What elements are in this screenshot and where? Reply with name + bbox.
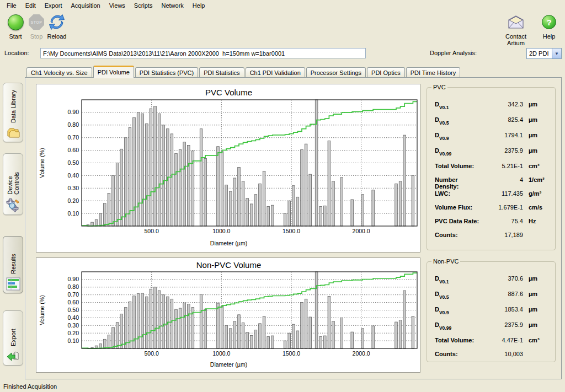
stat-value: 17,189 — [483, 232, 523, 238]
menu-edit[interactable]: Edit — [21, 1, 40, 10]
histogram-bar — [183, 303, 186, 348]
reload-label: Reload — [44, 33, 70, 40]
histogram-bar — [204, 158, 207, 226]
histogram-bar — [104, 203, 106, 226]
stat-row-counts: Counts: 10,003 — [435, 351, 550, 364]
tab-pdi-statistics-pvc[interactable]: PDI Statistics (PVC) — [135, 67, 198, 78]
histogram-bar — [162, 125, 165, 226]
histogram-bar — [319, 207, 322, 226]
histogram-bar — [305, 144, 307, 226]
y-tick-label: 0.70 — [68, 291, 79, 298]
stat-unit: µm — [523, 306, 550, 313]
tab-ch1-velocity-vs-size[interactable]: Ch1 Velocity vs. Size — [26, 67, 92, 78]
location-row: Location: Doppler Analysis: 2D PDI ▼ — [0, 46, 565, 61]
histogram-bar — [116, 323, 119, 348]
tab-processor-settings[interactable]: Processor Settings — [306, 67, 366, 78]
stat-row-dv05: DV0.5 887.6 µm — [435, 291, 550, 306]
menu-scripts[interactable]: Scripts — [130, 1, 157, 10]
histogram-bar — [230, 329, 232, 348]
histogram-bar — [162, 295, 165, 348]
stat-row-pvc-data-rate: PVC Data Rate: 75.4 Hz — [435, 218, 550, 232]
histogram-bar — [188, 145, 190, 226]
histogram-bar — [225, 185, 228, 226]
y-tick-label: 0.90 — [68, 276, 79, 282]
x-tick-label: 500.0 — [145, 350, 159, 357]
menu-network[interactable]: Network — [157, 1, 188, 10]
stat-unit: µm — [523, 147, 550, 154]
histogram-bar — [328, 141, 331, 226]
y-tick-label: 0.10 — [68, 210, 79, 217]
non-pvc-stats-rows: DV0.1 370.6 µm DV0.5 887.6 µm DV0.9 1853… — [435, 275, 550, 364]
menu-help[interactable]: Help — [188, 1, 210, 10]
doppler-analysis-select[interactable]: 2D PDI ▼ — [526, 48, 562, 59]
sidebar-item-export[interactable]: Export — [3, 310, 23, 366]
y-tick-label: 0.10 — [68, 337, 79, 344]
reload-button[interactable]: Reload — [44, 13, 70, 40]
data-library-label: Data Library — [10, 83, 17, 123]
tab-pdi-time-history[interactable]: PDI Time History — [406, 67, 461, 78]
pvc-stats-title: PVC — [431, 84, 447, 90]
histogram-bar — [340, 178, 343, 226]
x-tick-label: 2000.0 — [353, 350, 370, 357]
non-pvc-stats-panel: Non-PVC DV0.1 370.6 µm DV0.5 887.6 µm DV… — [427, 261, 556, 362]
sidebar-item-device-controls[interactable]: Device Controls — [3, 153, 23, 215]
stat-value: 2375.9 — [483, 321, 523, 328]
tab-ch1-pdi-validation[interactable]: Ch1 PDI Validation — [246, 67, 305, 78]
results-chart-icon — [6, 277, 20, 291]
stat-row-dv09: DV0.9 1794.1 µm — [435, 132, 550, 147]
histogram-bar — [296, 331, 299, 348]
histogram-bar — [170, 134, 173, 226]
histogram-bar — [296, 197, 299, 226]
histogram-bar — [319, 336, 322, 348]
y-tick-label: 0.70 — [68, 134, 79, 141]
tab-pdi-statistics[interactable]: PDI Statistics — [199, 67, 244, 78]
tab-pdi-volume[interactable]: PDI Volume — [93, 66, 134, 78]
stat-row-dv099: DV0.99 2375.9 µm — [435, 147, 550, 163]
menu-acquisition[interactable]: Acquisition — [67, 1, 105, 10]
histogram-bar — [254, 330, 257, 348]
sidebar-item-results[interactable]: Results — [3, 236, 23, 293]
stat-unit: µm — [523, 101, 550, 108]
histogram-bar — [403, 291, 406, 348]
histogram-bar — [399, 320, 402, 348]
tab-pdi-optics[interactable]: PDI Optics — [367, 67, 405, 78]
stat-row-dv05: DV0.5 825.4 µm — [435, 116, 550, 132]
stat-unit: Hz — [523, 218, 550, 224]
histogram-bar — [146, 297, 148, 348]
histogram-bar — [150, 289, 152, 348]
help-button[interactable]: ? Help — [536, 13, 562, 40]
y-tick-label: 0.60 — [68, 147, 79, 153]
pvc-volume-plot: 0.100.200.300.400.500.600.700.800.90500.… — [36, 84, 421, 253]
histogram-bar — [250, 335, 253, 348]
histogram-bar — [146, 124, 148, 226]
stat-unit: cm³ — [523, 163, 550, 169]
histogram-bar — [288, 201, 291, 226]
contact-artium-button[interactable]: Contact Artium — [497, 13, 535, 46]
help-label: Help — [536, 33, 562, 40]
y-axis-label: Volume (%) — [39, 295, 45, 325]
histogram-bar — [372, 190, 375, 226]
histogram-bar — [315, 272, 318, 348]
doppler-analysis-label: Doppler Analysis: — [430, 50, 477, 56]
histogram-bar — [305, 299, 307, 348]
location-input[interactable] — [40, 48, 366, 58]
histogram-bar — [246, 198, 249, 226]
stat-value: 1.679E-1 — [483, 204, 523, 211]
menu-file[interactable]: File — [2, 1, 21, 10]
stat-row-total-volume: Total Volume: 5.21E-1 cm³ — [435, 163, 550, 176]
menu-views[interactable]: Views — [105, 1, 130, 10]
stat-value: 1853.4 — [483, 306, 523, 313]
histogram-bar — [242, 181, 244, 226]
histogram-bar — [221, 152, 223, 226]
histogram-bar — [175, 309, 178, 348]
menu-export[interactable]: Export — [40, 1, 67, 10]
stat-row-lwc: LWC: 117.435 g/m³ — [435, 190, 550, 204]
sidebar-item-data-library[interactable]: Data Library — [3, 83, 23, 142]
histogram-bar — [267, 336, 270, 348]
histogram-bar — [120, 149, 123, 226]
stat-unit: µm — [523, 321, 550, 328]
y-tick-label: 0.30 — [68, 185, 79, 191]
histogram-bar — [351, 332, 354, 348]
histogram-bar — [250, 204, 253, 226]
chevron-down-icon[interactable]: ▼ — [552, 49, 561, 58]
